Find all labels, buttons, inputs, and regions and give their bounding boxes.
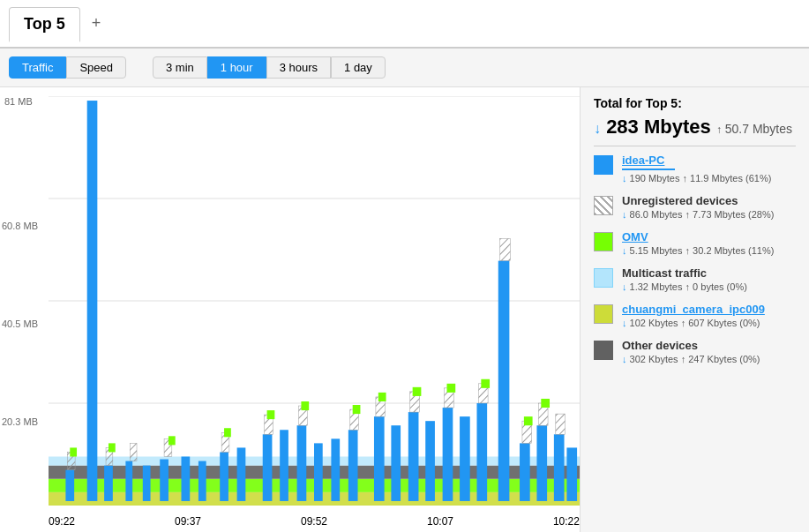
svg-rect-34 bbox=[536, 425, 547, 501]
legend-stats-ideapc: ↓ 190 Mbytes ↑ 11.9 Mbytes (61%) bbox=[622, 173, 796, 184]
x-label-1007: 10:07 bbox=[427, 515, 453, 528]
svg-rect-23 bbox=[331, 438, 340, 501]
svg-rect-60 bbox=[378, 393, 386, 401]
x-label-0937: 09:37 bbox=[175, 515, 201, 528]
svg-rect-65 bbox=[541, 399, 550, 408]
svg-rect-28 bbox=[425, 421, 435, 501]
legend-name-omv[interactable]: OMV bbox=[622, 230, 796, 244]
y-label-20: 20.3 MB bbox=[2, 416, 38, 427]
svg-rect-61 bbox=[413, 387, 422, 396]
svg-rect-17 bbox=[220, 452, 228, 500]
legend-item-chuangmi: chuangmi_camera_ipc009 ↓ 102 Kbytes ↑ 60… bbox=[594, 303, 796, 328]
time-3hours[interactable]: 3 hours bbox=[266, 56, 331, 79]
y-label-60: 60.8 MB bbox=[2, 221, 38, 231]
svg-rect-13 bbox=[143, 466, 151, 501]
toolbar: Traffic Speed 3 min 1 hour 3 hours 1 day bbox=[0, 49, 809, 87]
legend-item-omv: OMV ↓ 5.15 Mbytes ↑ 30.2 Mbytes (11%) bbox=[594, 230, 796, 256]
legend-stats-chuangmi: ↓ 102 Kbytes ↑ 607 Kbytes (0%) bbox=[622, 318, 796, 328]
speed-button[interactable]: Speed bbox=[66, 56, 126, 79]
svg-rect-54 bbox=[109, 443, 116, 452]
svg-rect-53 bbox=[70, 447, 77, 456]
svg-rect-14 bbox=[160, 460, 169, 501]
svg-rect-33 bbox=[520, 443, 530, 501]
svg-rect-12 bbox=[125, 461, 132, 501]
down-arrow-ideapc: ↓ bbox=[622, 173, 627, 184]
time-1day[interactable]: 1 day bbox=[331, 56, 386, 79]
svg-rect-59 bbox=[353, 405, 361, 414]
down-arrow-chuangmi: ↓ bbox=[622, 318, 627, 328]
legend-stats-unregistered: ↓ 86.0 Mbytes ↑ 7.73 Mbytes (28%) bbox=[622, 209, 796, 220]
up-arrow-omv: ↑ bbox=[685, 245, 691, 256]
legend-title: Total for Top 5: bbox=[594, 96, 796, 110]
time-1hour[interactable]: 1 hour bbox=[207, 56, 266, 79]
legend-panel: Total for Top 5: ↓ 283 Mbytes ↑ 50.7 Mby… bbox=[580, 87, 809, 532]
legend-color-ideapc bbox=[594, 155, 613, 175]
legend-text-ideapc: idea-PC ↓ 190 Mbytes ↑ 11.9 Mbytes (61%) bbox=[622, 154, 796, 184]
legend-underline-ideapc bbox=[622, 169, 675, 170]
svg-rect-16 bbox=[199, 461, 206, 501]
legend-text-multicast: Multicast traffic ↓ 1.32 Mbytes ↑ 0 byte… bbox=[622, 266, 796, 292]
legend-total-up: ↑ 50.7 Mbytes bbox=[716, 122, 792, 136]
svg-rect-26 bbox=[391, 425, 401, 501]
svg-rect-57 bbox=[267, 410, 275, 419]
svg-rect-9 bbox=[87, 101, 98, 501]
svg-rect-24 bbox=[348, 430, 358, 501]
svg-rect-10 bbox=[65, 470, 74, 501]
svg-rect-21 bbox=[297, 425, 307, 501]
svg-rect-20 bbox=[280, 430, 288, 501]
down-arrow-other: ↓ bbox=[622, 354, 627, 364]
legend-name-other[interactable]: Other devices bbox=[622, 339, 796, 352]
view-toggle-group: Traffic Speed bbox=[9, 56, 126, 79]
svg-rect-39 bbox=[130, 443, 137, 461]
legend-name-unregistered[interactable]: Unregistered devices bbox=[622, 194, 796, 207]
svg-rect-58 bbox=[301, 401, 309, 410]
svg-rect-36 bbox=[566, 447, 577, 501]
svg-rect-27 bbox=[408, 412, 419, 501]
tab-add-button[interactable]: + bbox=[80, 6, 113, 41]
up-arrow-total: ↑ bbox=[716, 124, 722, 136]
svg-rect-29 bbox=[443, 408, 453, 501]
legend-name-chuangmi[interactable]: chuangmi_camera_ipc009 bbox=[622, 303, 796, 316]
legend-name-ideapc[interactable]: idea-PC bbox=[622, 154, 796, 167]
svg-rect-31 bbox=[476, 403, 487, 501]
svg-rect-62 bbox=[447, 384, 456, 393]
legend-name-multicast[interactable]: Multicast traffic bbox=[622, 266, 796, 280]
svg-rect-32 bbox=[498, 261, 510, 501]
tab-top5[interactable]: Top 5 bbox=[9, 7, 80, 42]
svg-rect-52 bbox=[556, 414, 566, 434]
legend-text-other: Other devices ↓ 302 Kbytes ↑ 247 Kbytes … bbox=[622, 339, 796, 364]
svg-rect-35 bbox=[554, 434, 565, 501]
x-label-0952: 09:52 bbox=[301, 515, 327, 528]
legend-stats-omv: ↓ 5.15 Mbytes ↑ 30.2 Mbytes (11%) bbox=[622, 245, 796, 256]
legend-stats-multicast: ↓ 1.32 Mbytes ↑ 0 bytes (0%) bbox=[622, 281, 796, 292]
up-arrow-ideapc: ↑ bbox=[682, 173, 687, 184]
svg-rect-63 bbox=[481, 379, 490, 388]
up-arrow-unregistered: ↑ bbox=[685, 209, 691, 220]
legend-text-omv: OMV ↓ 5.15 Mbytes ↑ 30.2 Mbytes (11%) bbox=[622, 230, 796, 256]
svg-rect-49 bbox=[500, 238, 511, 260]
svg-rect-56 bbox=[224, 428, 231, 437]
svg-rect-55 bbox=[169, 436, 176, 445]
y-label-40: 40.5 MB bbox=[2, 318, 38, 329]
legend-text-chuangmi: chuangmi_camera_ipc009 ↓ 102 Kbytes ↑ 60… bbox=[622, 303, 796, 328]
time-3min[interactable]: 3 min bbox=[153, 56, 207, 79]
legend-item-multicast: Multicast traffic ↓ 1.32 Mbytes ↑ 0 byte… bbox=[594, 266, 796, 292]
down-arrow-unregistered: ↓ bbox=[622, 209, 627, 220]
chart-area: 81 MB 60.8 MB 40.5 MB 20.3 MB bbox=[0, 87, 580, 532]
up-arrow-multicast: ↑ bbox=[685, 281, 691, 292]
legend-text-unregistered: Unregistered devices ↓ 86.0 Mbytes ↑ 7.7… bbox=[622, 194, 796, 220]
svg-rect-19 bbox=[263, 434, 273, 501]
legend-stats-other: ↓ 302 Kbytes ↑ 247 Kbytes (0%) bbox=[622, 354, 796, 364]
tab-bar: Top 5 + bbox=[0, 0, 809, 49]
svg-rect-64 bbox=[524, 416, 533, 425]
traffic-button[interactable]: Traffic bbox=[9, 56, 66, 79]
legend-color-omv bbox=[594, 232, 613, 251]
x-label-1022: 10:22 bbox=[553, 515, 580, 528]
down-arrow-omv: ↓ bbox=[622, 245, 627, 256]
legend-color-chuangmi bbox=[594, 304, 613, 324]
svg-rect-15 bbox=[182, 457, 191, 501]
legend-item-ideapc: idea-PC ↓ 190 Mbytes ↑ 11.9 Mbytes (61%) bbox=[594, 154, 796, 184]
svg-rect-22 bbox=[314, 443, 323, 501]
legend-item-other: Other devices ↓ 302 Kbytes ↑ 247 Kbytes … bbox=[594, 339, 796, 364]
legend-color-unregistered bbox=[594, 196, 613, 215]
